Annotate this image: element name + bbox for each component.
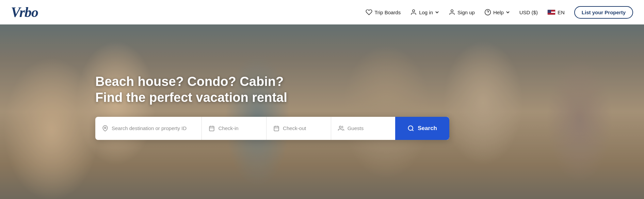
svg-point-0 <box>413 10 415 12</box>
help-nav-item[interactable]: Help <box>484 9 510 16</box>
currency-selector[interactable]: USD ($) <box>519 10 538 15</box>
checkin-calendar-icon <box>209 125 215 131</box>
heart-icon <box>366 9 372 16</box>
checkout-field[interactable]: Check-out <box>267 117 331 140</box>
search-bar: Search destination or property ID Check-… <box>95 117 449 140</box>
svg-rect-5 <box>210 126 214 131</box>
destination-field[interactable]: Search destination or property ID <box>95 117 202 140</box>
checkin-field[interactable]: Check-in <box>202 117 267 140</box>
hero-headline: Beach house? Condo? Cabin? Find the perf… <box>95 74 287 106</box>
checkin-placeholder: Check-in <box>218 125 238 131</box>
svg-point-13 <box>339 126 341 128</box>
destination-placeholder: Search destination or property ID <box>112 125 187 131</box>
list-property-button[interactable]: List your Property <box>574 6 633 19</box>
search-icon <box>407 125 414 132</box>
svg-point-14 <box>408 126 413 130</box>
search-button[interactable]: Search <box>395 117 449 140</box>
svg-line-15 <box>412 129 414 131</box>
signup-person-icon <box>449 9 455 16</box>
hero-headline-line2: Find the perfect vacation rental <box>95 90 287 106</box>
hero-section: Beach house? Condo? Cabin? Find the perf… <box>0 24 644 199</box>
checkout-calendar-icon <box>273 125 279 131</box>
hero-content: Beach house? Condo? Cabin? Find the perf… <box>0 24 644 199</box>
person-icon <box>410 9 417 16</box>
login-label: Log in <box>419 10 433 15</box>
language-label: EN <box>558 10 565 15</box>
header: Vrbo Trip Boards Log in <box>0 0 644 24</box>
trip-boards-nav-item[interactable]: Trip Boards <box>366 9 401 16</box>
help-chevron-icon <box>506 10 510 14</box>
svg-point-1 <box>451 10 453 12</box>
signup-label: Sign up <box>457 10 475 15</box>
language-selector[interactable]: EN <box>547 10 565 15</box>
checkout-placeholder: Check-out <box>283 125 306 131</box>
currency-label: USD ($) <box>519 10 538 15</box>
signup-nav-item[interactable]: Sign up <box>449 9 475 16</box>
us-flag-icon <box>547 10 556 15</box>
guests-icon <box>338 125 344 131</box>
trip-boards-label: Trip Boards <box>374 10 401 15</box>
login-chevron-icon <box>435 10 439 14</box>
guests-placeholder: Guests <box>348 125 364 131</box>
location-pin-icon <box>102 125 108 131</box>
svg-point-4 <box>104 127 106 129</box>
main-nav: Trip Boards Log in Sign up <box>366 6 633 19</box>
logo[interactable]: Vrbo <box>11 5 38 19</box>
svg-rect-9 <box>274 126 279 131</box>
search-button-label: Search <box>418 125 437 132</box>
login-nav-item[interactable]: Log in <box>410 9 439 16</box>
logo-text[interactable]: Vrbo <box>11 5 38 19</box>
help-circle-icon <box>484 9 491 16</box>
help-label: Help <box>493 10 504 15</box>
guests-field[interactable]: Guests <box>331 117 396 140</box>
hero-headline-line1: Beach house? Condo? Cabin? <box>95 74 287 90</box>
